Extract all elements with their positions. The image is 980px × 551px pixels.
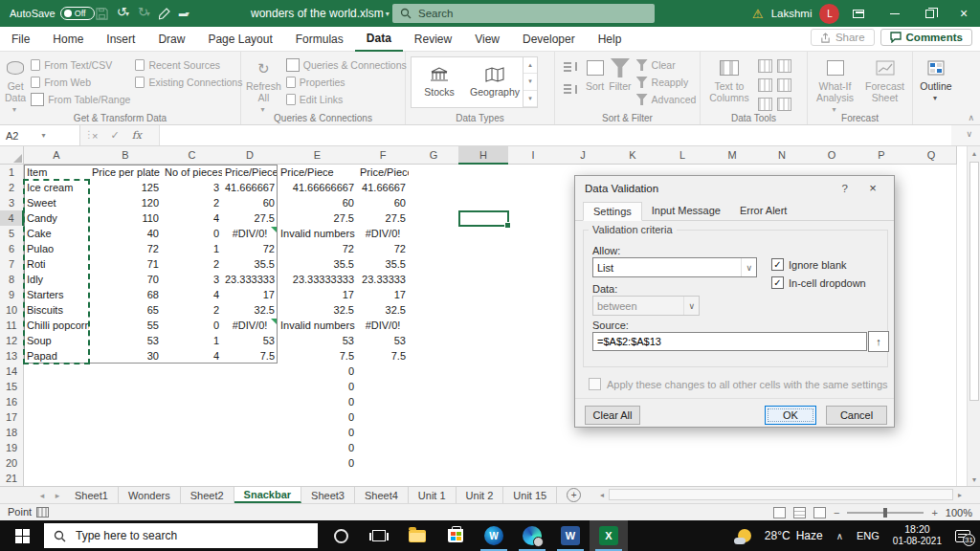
grid-cell[interactable] <box>357 409 410 426</box>
grid-cell[interactable] <box>508 425 559 441</box>
page-break-view-icon[interactable] <box>813 507 826 518</box>
grid-cell[interactable] <box>906 455 957 472</box>
reapply-button[interactable]: Reapply <box>636 76 697 89</box>
sheet-tab-sheet3[interactable]: Sheet3 <box>301 487 355 503</box>
what-if-analysis-button[interactable]: What-If Analysis▾ <box>813 55 858 114</box>
grid-cell[interactable] <box>906 379 957 395</box>
grid-cell[interactable] <box>757 455 808 472</box>
grid-cell[interactable] <box>906 241 957 257</box>
grid-cell[interactable] <box>409 302 459 319</box>
grid-cell[interactable] <box>508 455 559 472</box>
grid-cell[interactable]: 53 <box>222 333 278 349</box>
geography-button[interactable]: Geography <box>467 57 523 107</box>
grid-cell[interactable] <box>458 425 509 441</box>
grid-cell[interactable] <box>89 440 163 456</box>
grid-cell[interactable]: #DIV/0! <box>357 318 410 334</box>
column-header-N[interactable]: N <box>757 146 808 165</box>
row-header-17[interactable]: 17 <box>0 409 24 426</box>
grid-cell[interactable] <box>24 455 90 472</box>
tab-file[interactable]: File <box>0 27 41 52</box>
gallery-up-icon[interactable]: ▴ <box>523 57 537 74</box>
avatar[interactable]: L <box>819 4 839 24</box>
grid-cell[interactable] <box>409 425 459 441</box>
grid-cell[interactable] <box>222 455 278 472</box>
warning-icon[interactable]: ⚠ <box>752 7 764 21</box>
grid-cell[interactable] <box>906 364 957 380</box>
column-header-J[interactable]: J <box>558 146 609 165</box>
clock[interactable]: 18:20 01-08-2021 <box>893 523 942 548</box>
sort-ascending-button[interactable] <box>560 58 581 75</box>
close-button[interactable]: × <box>949 0 978 27</box>
grid-cell[interactable] <box>508 379 559 395</box>
grid-cell[interactable] <box>458 165 509 181</box>
grid-cell[interactable] <box>162 440 223 456</box>
forecast-sheet-button[interactable]: Forecast Sheet <box>862 55 907 103</box>
grid-cell[interactable] <box>508 256 559 273</box>
sheet-tab-sheet1[interactable]: Sheet1 <box>65 487 119 503</box>
grid-cell[interactable] <box>857 440 907 456</box>
grid-cell[interactable] <box>906 348 957 364</box>
grid-cell[interactable]: 3 <box>162 180 223 196</box>
grid-cell[interactable] <box>608 440 658 456</box>
tab-home[interactable]: Home <box>41 27 95 52</box>
notification-center-button[interactable]: 31 <box>955 530 970 542</box>
document-title[interactable]: wonders of the world.xlsm <box>251 7 384 20</box>
new-sheet-button[interactable]: + <box>567 488 581 502</box>
grid-cell[interactable]: Invalid numbers <box>278 318 358 334</box>
data-dropdown[interactable]: between ∨ <box>592 296 700 316</box>
grid-cell[interactable]: 65 <box>89 302 163 319</box>
row-header-7[interactable]: 7 <box>0 256 24 273</box>
grid-cell[interactable]: 4 <box>162 210 223 227</box>
vertical-scroll-thumb[interactable] <box>969 162 979 401</box>
grid-cell[interactable] <box>458 287 509 303</box>
grid-cell[interactable] <box>409 272 459 288</box>
grid-cell[interactable]: 0 <box>278 425 358 441</box>
grid-cell[interactable]: 23.33333 <box>357 272 410 288</box>
grid-cell[interactable] <box>508 348 559 364</box>
from-text-csv-button[interactable]: From Text/CSV <box>31 58 130 72</box>
grid-cell[interactable]: 30 <box>89 348 163 364</box>
normal-view-icon[interactable] <box>773 507 786 518</box>
grid-cell[interactable] <box>807 440 858 456</box>
redo-dropdown-icon[interactable]: ▾ <box>146 10 150 18</box>
weather-temp[interactable]: 28°C <box>765 529 791 542</box>
title-dropdown-icon[interactable]: ▾ <box>386 10 390 18</box>
grid-cell[interactable] <box>222 440 278 456</box>
clear-filter-button[interactable]: Clear <box>636 58 697 72</box>
grid-cell[interactable] <box>409 210 459 227</box>
scroll-down-icon[interactable]: ▾ <box>968 473 980 486</box>
row-header-6[interactable]: 6 <box>0 241 24 257</box>
gallery-scrollbar[interactable]: ▴ ▾ ▾ <box>523 57 537 107</box>
grid-cell[interactable]: 7.5 <box>357 348 410 364</box>
grid-cell[interactable]: 110 <box>89 210 163 227</box>
column-header-H[interactable]: H <box>458 146 509 165</box>
grid-cell[interactable] <box>757 471 808 486</box>
grid-cell[interactable] <box>558 440 609 456</box>
grid-cell[interactable] <box>458 348 509 364</box>
grid-cell[interactable]: 17 <box>357 287 410 303</box>
grid-cell[interactable]: Invalid numbers <box>278 226 358 242</box>
restore-button[interactable] <box>915 0 944 27</box>
grid-cell[interactable] <box>508 364 559 380</box>
grid-cell[interactable] <box>807 471 858 486</box>
grid-cell[interactable]: 0 <box>162 318 223 334</box>
customize-quick-access-icon[interactable]: ▬▾ <box>179 0 189 28</box>
stocks-button[interactable]: Stocks <box>412 57 467 107</box>
dialog-tab-error-alert[interactable]: Error Alert <box>730 202 797 220</box>
tab-insert[interactable]: Insert <box>95 27 146 52</box>
grid-cell[interactable] <box>707 440 758 456</box>
grid-cell[interactable] <box>458 409 509 426</box>
recent-sources-button[interactable]: Recent Sources <box>135 58 242 72</box>
grid-cell[interactable] <box>508 210 559 227</box>
existing-connections-button[interactable]: Existing Connections <box>135 76 242 89</box>
grid-cell[interactable] <box>24 379 90 395</box>
row-header-3[interactable]: 3 <box>0 195 24 211</box>
sheet-tab-unit2[interactable]: Unit 2 <box>457 487 504 503</box>
row-header-15[interactable]: 15 <box>0 379 24 395</box>
grid-cell[interactable] <box>162 409 223 426</box>
grid-cell[interactable] <box>906 302 957 319</box>
grid-cell[interactable] <box>409 348 459 364</box>
grid-cell[interactable] <box>508 333 559 349</box>
grid-cell[interactable] <box>906 394 957 410</box>
range-selector-button[interactable]: ↑ <box>868 331 889 352</box>
